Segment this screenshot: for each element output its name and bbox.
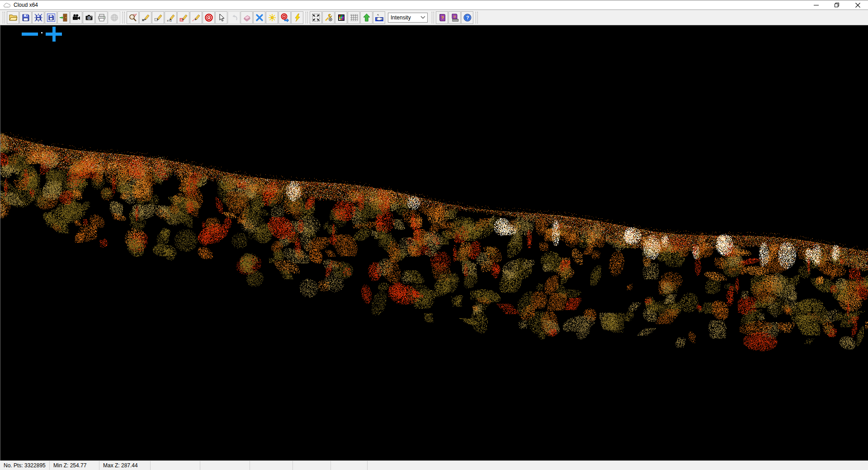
up-arrow-icon <box>362 13 371 22</box>
pencil-line-icon <box>192 13 201 22</box>
toolbar-gripper[interactable] <box>306 12 308 24</box>
toolbar: XYZIntensity??? <box>0 10 868 25</box>
status-empty-panel <box>293 461 331 470</box>
toolbar-group-view <box>310 11 386 24</box>
toolbar-button-video-camera[interactable] <box>70 11 82 24</box>
pencil-xyz-icon: XYZ <box>166 13 175 22</box>
status-empty-panel <box>368 461 868 470</box>
fit-extents-icon <box>311 13 321 22</box>
toolbar-button-printer[interactable] <box>95 11 108 24</box>
status-min-z: Min Z: 254.77 <box>50 461 99 470</box>
whale-icon <box>375 13 384 22</box>
toolbar-button-help-keyboard[interactable]: ? <box>448 11 461 24</box>
toolbar-gripper[interactable] <box>476 12 478 24</box>
toolbar-button-zoom-points[interactable] <box>127 11 139 24</box>
toolbar-button-pencil-line[interactable] <box>190 11 202 24</box>
toolbar-button-delete-x[interactable] <box>253 11 265 24</box>
toolbar-button-whale[interactable] <box>373 11 385 24</box>
globe-icon <box>110 13 119 22</box>
chevron-down-icon <box>420 16 425 19</box>
point-cloud-canvas[interactable] <box>0 25 868 461</box>
camera-icon <box>85 13 94 22</box>
zoom-points-icon <box>128 13 137 22</box>
status-empty-panel <box>331 461 368 470</box>
toolbar-button-exit-door[interactable] <box>57 11 70 24</box>
app-window: { "window": { "title": "Cloud x64", "con… <box>0 0 868 470</box>
eraser-icon <box>242 13 251 22</box>
target-arrow-icon <box>280 13 289 22</box>
save-flash-icon <box>34 13 43 22</box>
toolbar-button-save-flash[interactable] <box>32 11 44 24</box>
lightning-icon <box>293 13 302 22</box>
svg-text:?: ? <box>453 15 456 19</box>
toolbar-button-eraser[interactable] <box>241 11 253 24</box>
toolbar-button-tools[interactable] <box>322 11 335 24</box>
pointer-icon <box>217 13 226 22</box>
toolbar-button-fit-extents[interactable] <box>310 11 322 24</box>
toolbar-button-pencil-rect[interactable] <box>152 11 164 24</box>
zoom-out-button[interactable] <box>22 33 38 36</box>
minimize-icon <box>814 3 819 8</box>
toolbar-button-open-file[interactable] <box>7 11 19 24</box>
toolbar-button-save-region[interactable] <box>45 11 57 24</box>
zoom-separator-dot <box>41 32 42 33</box>
toolbar-gripper[interactable] <box>123 12 125 24</box>
toolbar-button-save[interactable] <box>19 11 32 24</box>
delete-x-icon <box>255 13 264 22</box>
close-icon <box>855 3 860 8</box>
palette-icon <box>337 13 346 22</box>
svg-text:?: ? <box>441 15 444 20</box>
title-bar: Cloud x64 <box>0 0 868 10</box>
toolbar-button-undo <box>228 11 240 24</box>
colour-mode-dropdown[interactable]: Intensity <box>388 13 428 23</box>
toolbar-group-file <box>7 11 121 24</box>
toolbar-button-pointer[interactable] <box>215 11 227 24</box>
pencil-area-icon <box>179 13 188 22</box>
save-icon <box>21 13 30 22</box>
grid-icon <box>349 13 359 22</box>
status-empty-panel <box>151 461 200 470</box>
help-book-icon: ? <box>438 13 447 22</box>
toolbar-button-help-circle[interactable]: ? <box>461 11 473 24</box>
sun-icon <box>268 13 277 22</box>
tools-icon <box>324 13 333 22</box>
close-button[interactable] <box>847 0 868 9</box>
minimize-button[interactable] <box>806 0 826 9</box>
help-keyboard-icon: ? <box>450 13 459 22</box>
toolbar-button-help-book[interactable]: ? <box>436 11 448 24</box>
viewport <box>0 25 868 461</box>
app-cloud-icon <box>3 2 11 8</box>
toolbar-button-pencil-xyz[interactable]: XYZ <box>165 11 177 24</box>
toolbar-button-target-arrow[interactable] <box>278 11 291 24</box>
toolbar-button-up-arrow[interactable] <box>360 11 373 24</box>
toolbar-button-grid[interactable] <box>348 11 360 24</box>
target-icon <box>204 13 213 22</box>
toolbar-gripper[interactable] <box>3 12 5 24</box>
video-camera-icon <box>72 13 81 22</box>
toolbar-button-pencil-cross[interactable] <box>139 11 151 24</box>
restore-button[interactable] <box>826 0 847 9</box>
status-empty-panel <box>250 461 293 470</box>
zoom-overlay <box>0 25 91 48</box>
toolbar-button-camera[interactable] <box>83 11 95 24</box>
toolbar-button-sun[interactable] <box>266 11 278 24</box>
svg-text:XYZ: XYZ <box>167 19 172 22</box>
toolbar-button-lightning[interactable] <box>291 11 303 24</box>
status-empty-panel <box>200 461 250 470</box>
toolbar-button-palette[interactable] <box>335 11 347 24</box>
status-point-count: No. Pts: 3322895 <box>0 461 50 470</box>
help-circle-icon: ? <box>463 13 472 22</box>
toolbar-button-pencil-area[interactable] <box>177 11 189 24</box>
printer-icon <box>97 13 106 22</box>
status-bar: No. Pts: 3322895Min Z: 254.77Max Z: 287.… <box>0 461 868 470</box>
zoom-in-button[interactable] <box>46 27 62 42</box>
window-controls <box>806 0 868 9</box>
toolbar-button-target[interactable] <box>203 11 215 24</box>
toolbar-group-edit: XYZ <box>127 11 304 24</box>
toolbar-gripper[interactable] <box>432 12 434 24</box>
open-file-icon <box>9 13 18 22</box>
toolbar-group-help: ??? <box>436 11 474 24</box>
pencil-cross-icon <box>141 13 150 22</box>
svg-text:?: ? <box>466 15 469 20</box>
toolbar-button-globe <box>108 11 120 24</box>
